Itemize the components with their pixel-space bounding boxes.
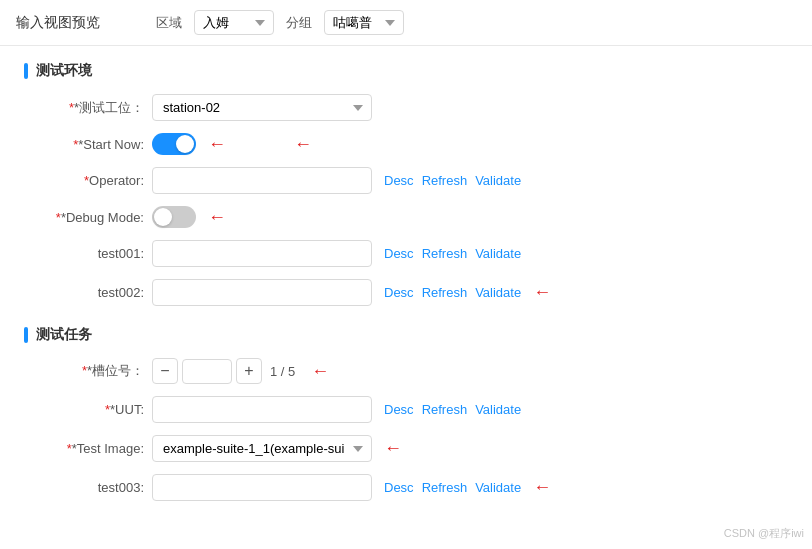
test001-label: test001: [24,246,144,261]
debug-mode-slider [152,206,196,228]
test001-validate-btn[interactable]: Validate [475,246,521,261]
uut-validate-btn[interactable]: Validate [475,402,521,417]
operator-label: *Operator: [24,173,144,188]
test003-validate-btn[interactable]: Validate [475,480,521,495]
uut-refresh-btn[interactable]: Refresh [422,402,468,417]
section-bar-task [24,327,28,343]
arrow-debug-mode: ← [208,207,226,228]
station-row: **测试工位： station-02 [24,94,788,121]
start-now-toggle[interactable] [152,133,196,155]
test002-input[interactable]: RFYJU [152,279,372,306]
section-title-env: 测试环境 [24,62,788,80]
uut-label: **UUT: [24,402,144,417]
header-controls: 区域 入姆 分组 咕噶普 [156,10,404,35]
test001-actions: Desc Refresh Validate [384,246,521,261]
section-bar-env [24,63,28,79]
arrow-test-image: ← [384,438,402,459]
operator-validate-btn[interactable]: Validate [475,173,521,188]
section-title-task: 测试任务 [24,326,788,344]
uut-input[interactable]: YUJ [152,396,372,423]
section-test-env: 测试环境 **测试工位： station-02 **Start Now: ← ← [24,62,788,306]
slot-control: − 0 + 1 / 5 [152,358,295,384]
slot-row: **槽位号： − 0 + 1 / 5 ← [24,358,788,384]
test002-validate-btn[interactable]: Validate [475,285,521,300]
slot-label: **槽位号： [24,362,144,380]
arrow-test003: ← [533,477,551,498]
group-select[interactable]: 咕噶普 [324,10,404,35]
test002-actions: Desc Refresh Validate [384,285,521,300]
test-image-select[interactable]: example-suite-1_1(example-sui [152,435,372,462]
arrow-test002: ← [533,282,551,303]
debug-mode-label: **Debug Mode: [24,210,144,225]
debug-mode-toggle[interactable] [152,206,196,228]
uut-actions: Desc Refresh Validate [384,402,521,417]
test001-input[interactable]: YRU [152,240,372,267]
arrow-slot: ← [311,361,329,382]
arrow-right-start-now: ← [294,134,312,155]
test001-desc-btn[interactable]: Desc [384,246,414,261]
station-select[interactable]: station-02 [152,94,372,121]
content-area: 测试环境 **测试工位： station-02 **Start Now: ← ← [0,46,812,537]
operator-input[interactable]: RUJY [152,167,372,194]
slot-increment-btn[interactable]: + [236,358,262,384]
start-now-slider [152,133,196,155]
test003-desc-btn[interactable]: Desc [384,480,414,495]
section-test-task: 测试任务 **槽位号： − 0 + 1 / 5 ← **UUT: YUJ Des… [24,326,788,501]
start-now-row: **Start Now: ← ← [24,133,788,155]
operator-desc-btn[interactable]: Desc [384,173,414,188]
test002-row: test002: RFYJU Desc Refresh Validate ← [24,279,788,306]
test-image-label: **Test Image: [24,441,144,456]
group-label: 分组 [286,14,312,32]
operator-row: *Operator: RUJY Desc Refresh Validate [24,167,788,194]
uut-desc-btn[interactable]: Desc [384,402,414,417]
page-title: 输入视图预览 [16,14,100,32]
debug-mode-row: **Debug Mode: ← [24,206,788,228]
slot-input[interactable]: 0 [182,359,232,384]
arrow-start-now: ← [208,134,226,155]
test-image-row: **Test Image: example-suite-1_1(example-… [24,435,788,462]
test002-refresh-btn[interactable]: Refresh [422,285,468,300]
operator-refresh-btn[interactable]: Refresh [422,173,468,188]
slot-decrement-btn[interactable]: − [152,358,178,384]
slot-page: 1 / 5 [270,364,295,379]
uut-row: **UUT: YUJ Desc Refresh Validate [24,396,788,423]
test003-actions: Desc Refresh Validate [384,480,521,495]
start-now-label: **Start Now: [24,137,144,152]
operator-actions: Desc Refresh Validate [384,173,521,188]
header: 输入视图预览 区域 入姆 分组 咕噶普 [0,0,812,46]
region-label: 区域 [156,14,182,32]
test003-input[interactable]: YRUJRY [152,474,372,501]
test003-refresh-btn[interactable]: Refresh [422,480,468,495]
test001-refresh-btn[interactable]: Refresh [422,246,468,261]
test002-label: test002: [24,285,144,300]
test003-label: test003: [24,480,144,495]
test003-row: test003: YRUJRY Desc Refresh Validate ← [24,474,788,501]
watermark: CSDN @程序iwi [724,526,804,537]
test001-row: test001: YRU Desc Refresh Validate [24,240,788,267]
region-select[interactable]: 入姆 [194,10,274,35]
station-label: **测试工位： [24,99,144,117]
test002-desc-btn[interactable]: Desc [384,285,414,300]
